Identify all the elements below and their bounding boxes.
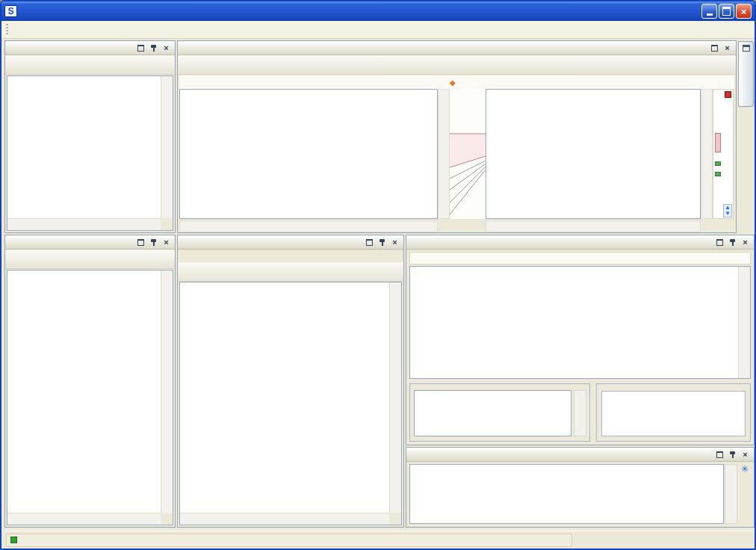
title-bar[interactable]: S × — [1, 1, 755, 21]
float-panel-icon[interactable] — [136, 43, 146, 52]
repository-panel-header[interactable]: × — [5, 41, 175, 55]
modified-diamond-icon: ◆ — [450, 78, 456, 87]
working-copy-toolbar — [5, 250, 175, 269]
application-window: S × × — [0, 0, 756, 550]
diff-marker[interactable] — [715, 133, 721, 152]
synchronize-panel-header[interactable]: × — [178, 235, 403, 250]
minimize-button[interactable] — [701, 4, 717, 19]
status-bar — [1, 531, 755, 549]
float-panel-icon[interactable] — [136, 238, 146, 247]
commit-message-group — [596, 383, 751, 442]
repository-panel: × — [4, 40, 176, 233]
diff-marker-red — [725, 91, 731, 98]
affected-paths-table — [414, 390, 571, 436]
close-panel-icon[interactable]: × — [740, 238, 750, 247]
pin-panel-icon[interactable] — [149, 238, 158, 247]
diff-connector — [450, 89, 486, 219]
console-output[interactable] — [409, 464, 724, 524]
console-panel: × ✳ — [406, 447, 755, 528]
close-panel-icon[interactable]: × — [722, 43, 732, 52]
diff-quick-nav-icon[interactable]: ▲▼ — [723, 204, 732, 217]
editor-panel: × ◆ — [177, 40, 737, 233]
menu-bar — [1, 21, 755, 39]
scrollbar-corner — [161, 513, 173, 525]
scrollbar-corner — [389, 513, 401, 525]
float-panel-icon[interactable] — [715, 450, 725, 459]
diff-marker-green[interactable] — [715, 172, 721, 176]
console-options-icon[interactable]: ✳ — [739, 464, 751, 475]
close-button[interactable]: × — [736, 4, 752, 19]
float-panel-icon[interactable] — [715, 238, 725, 247]
history-panel: × — [406, 235, 755, 445]
synchronize-tree — [180, 282, 389, 513]
repository-tree-container — [7, 75, 173, 231]
console-side-toolbar: ✳ — [739, 464, 751, 524]
workspace: × × ◆ — [3, 39, 753, 531]
working-copy-panel-header[interactable]: × — [5, 235, 175, 250]
working-copy-code-pane[interactable] — [179, 89, 438, 219]
close-panel-icon[interactable]: × — [161, 43, 171, 52]
revision-code-pane[interactable] — [486, 89, 701, 219]
working-copy-tree — [7, 271, 161, 513]
synchronize-toolbar — [178, 262, 403, 282]
maximize-button[interactable] — [719, 4, 734, 19]
properties-tab[interactable] — [738, 41, 754, 107]
console-panel-header[interactable]: × — [406, 448, 754, 462]
editor-toolbar — [178, 55, 736, 75]
close-panel-icon[interactable]: × — [740, 450, 750, 459]
synchronize-tree-container — [179, 282, 402, 525]
history-table — [409, 266, 751, 379]
editor-panel-header[interactable]: × — [178, 41, 736, 55]
pin-panel-icon[interactable] — [728, 450, 737, 459]
diff-marker-green[interactable] — [715, 161, 721, 166]
diff-overview-ruler[interactable]: ▲▼ — [713, 89, 734, 219]
diff-pane-titles: ◆ — [179, 75, 734, 89]
float-panel-icon[interactable] — [710, 43, 719, 52]
close-panel-icon[interactable]: × — [161, 238, 171, 247]
status-ok-icon — [10, 537, 17, 543]
working-copy-tree-container — [7, 270, 173, 525]
repository-tree — [7, 76, 161, 218]
pin-panel-icon[interactable] — [149, 43, 158, 52]
repository-toolbar — [5, 55, 175, 75]
history-info-line — [409, 252, 751, 265]
synchronize-result-panel: × — [177, 235, 404, 528]
affected-paths-group — [409, 383, 590, 442]
history-panel-header[interactable]: × — [406, 235, 754, 250]
menu-grip[interactable] — [6, 24, 8, 35]
close-panel-icon[interactable]: × — [390, 238, 400, 247]
scrollbar-corner — [161, 218, 173, 230]
properties-icon — [743, 45, 750, 52]
app-icon: S — [4, 5, 17, 17]
pin-panel-icon[interactable] — [377, 238, 387, 247]
pin-panel-icon[interactable] — [728, 238, 737, 247]
commit-message-text[interactable] — [601, 391, 746, 436]
working-copy-panel: × — [4, 235, 176, 528]
float-panel-icon[interactable] — [365, 238, 374, 247]
sync-target-label — [178, 250, 403, 262]
